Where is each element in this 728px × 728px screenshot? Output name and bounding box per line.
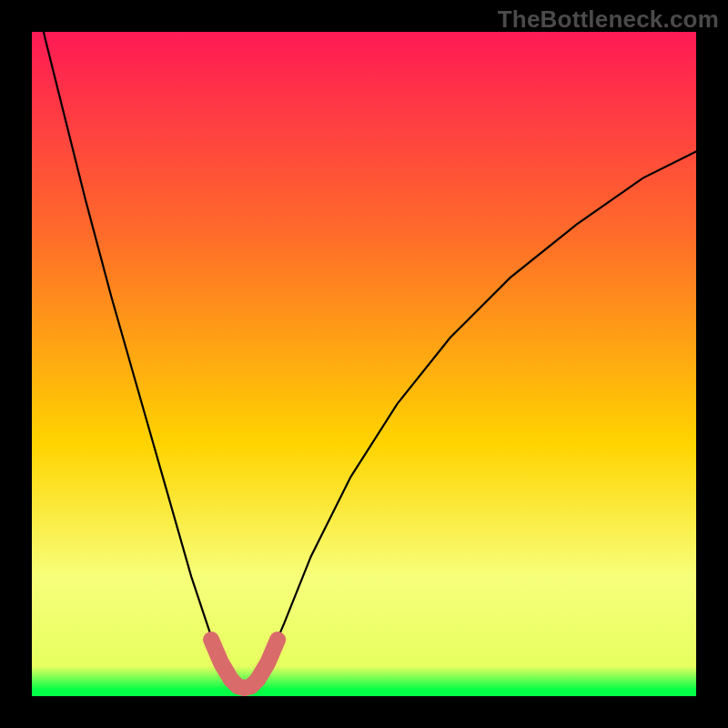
- chart-svg: [32, 32, 696, 696]
- chart-frame: TheBottleneck.com: [0, 0, 728, 728]
- plot-area: [32, 32, 696, 696]
- watermark-text: TheBottleneck.com: [498, 5, 719, 34]
